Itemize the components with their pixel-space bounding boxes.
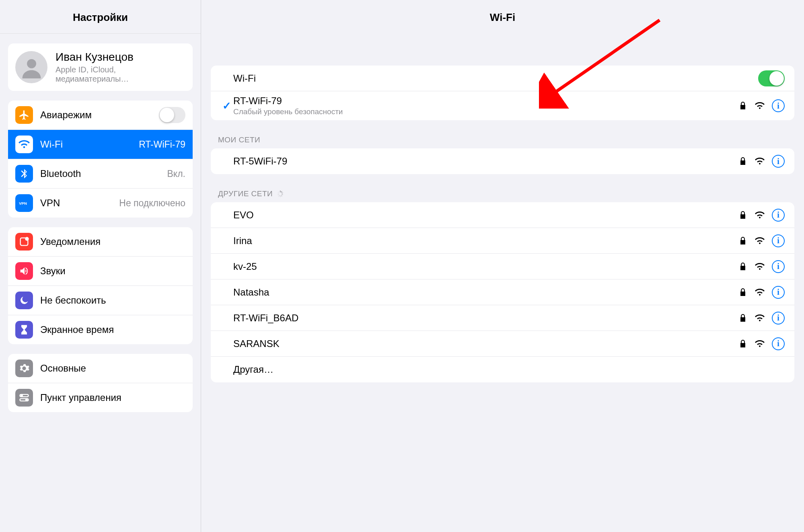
svg-point-7 — [25, 398, 28, 401]
sidebar-title: Настройки — [0, 0, 201, 34]
toggles-icon — [15, 389, 33, 407]
network-name: RT-5WiFi-79 — [233, 156, 738, 167]
lock-icon — [738, 210, 748, 220]
network-row[interactable]: RT-WiFi_B6ADi — [211, 305, 794, 331]
general-label: Основные — [40, 363, 185, 374]
network-name: Natasha — [233, 287, 738, 298]
svg-line-18 — [278, 193, 279, 193]
control-label: Пункт управления — [40, 392, 185, 403]
sidebar-item-airplane[interactable]: Авиарежим — [8, 101, 193, 130]
sidebar-item-wifi[interactable]: Wi-Fi RT-WiFi-79 — [8, 130, 193, 159]
notifications-icon — [15, 233, 33, 251]
network-row[interactable]: EVOi — [211, 202, 794, 228]
svg-line-19 — [279, 191, 280, 192]
bluetooth-icon — [15, 165, 33, 183]
wifi-signal-icon — [755, 210, 765, 220]
wifi-signal-icon — [755, 339, 765, 349]
profile-group: Иван Кузнецов Apple ID, iCloud, медиамат… — [8, 43, 193, 91]
svg-point-3 — [25, 237, 29, 240]
lock-icon — [738, 262, 748, 271]
other-network-label: Другая… — [233, 364, 785, 375]
svg-line-13 — [282, 195, 283, 195]
moon-icon — [15, 292, 33, 309]
lock-icon — [738, 313, 748, 323]
wifi-pane: Wi-Fi Wi-Fi ✓ RT-WiFi-79 Слабый уровень … — [201, 0, 804, 532]
connected-network-name: RT-WiFi-79 — [233, 95, 738, 107]
sounds-icon — [15, 262, 33, 280]
other-networks-header: ДРУГИЕ СЕТИ — [218, 189, 787, 198]
page-title: Wi-Fi — [201, 0, 804, 33]
wifi-toggle[interactable] — [758, 70, 785, 86]
lock-icon — [738, 288, 748, 297]
sidebar-item-vpn[interactable]: VPN VPN Не подключено — [8, 189, 193, 218]
dnd-label: Не беспокоить — [40, 295, 185, 306]
other-networks-section: EVOiIrinaikv-25iNatashaiRT-WiFi_B6ADiSAR… — [211, 202, 794, 382]
info-button[interactable]: i — [772, 337, 785, 350]
my-networks-header: МОИ СЕТИ — [218, 136, 787, 144]
screentime-label: Экранное время — [40, 324, 185, 335]
lock-icon — [738, 236, 748, 246]
system-group: Основные Пункт управления — [8, 354, 193, 412]
alerts-group: Уведомления Звуки Не беспокоить Экранное… — [8, 227, 193, 344]
network-row[interactable]: Natashai — [211, 279, 794, 305]
avatar-icon — [15, 51, 47, 83]
network-name: kv-25 — [233, 261, 738, 272]
connected-network-row[interactable]: ✓ RT-WiFi-79 Слабый уровень безопасности… — [211, 91, 794, 120]
network-name: RT-WiFi_B6AD — [233, 312, 738, 324]
wifi-detail: RT-WiFi-79 — [139, 139, 185, 150]
svg-point-0 — [27, 59, 36, 68]
info-button[interactable]: i — [772, 99, 785, 112]
network-row[interactable]: RT-5WiFi-79 i — [211, 148, 794, 174]
lock-icon — [738, 339, 748, 349]
profile-name: Иван Кузнецов — [56, 51, 185, 64]
sidebar-item-screentime[interactable]: Экранное время — [8, 315, 193, 344]
info-button[interactable]: i — [772, 260, 785, 273]
info-button[interactable]: i — [772, 209, 785, 222]
my-networks-section: RT-5WiFi-79 i — [211, 148, 794, 174]
info-button[interactable]: i — [772, 234, 785, 247]
svg-line-12 — [282, 193, 283, 193]
svg-point-5 — [21, 394, 23, 397]
lock-icon — [738, 156, 748, 166]
airplane-icon — [15, 106, 33, 124]
sidebar-item-bluetooth[interactable]: Bluetooth Вкл. — [8, 159, 193, 189]
network-row[interactable]: Irinai — [211, 228, 794, 254]
connectivity-group: Авиарежим Wi-Fi RT-WiFi-79 Bluetooth Вкл… — [8, 101, 193, 218]
wifi-signal-icon — [755, 288, 765, 297]
sidebar-item-notifications[interactable]: Уведомления — [8, 227, 193, 257]
network-row[interactable]: kv-25i — [211, 254, 794, 279]
wifi-main-section: Wi-Fi ✓ RT-WiFi-79 Слабый уровень безопа… — [211, 66, 794, 120]
info-button[interactable]: i — [772, 312, 785, 325]
vpn-detail: Не подключено — [119, 198, 185, 209]
settings-sidebar: Настройки Иван Кузнецов Apple ID, iCloud… — [0, 0, 201, 532]
sidebar-item-dnd[interactable]: Не беспокоить — [8, 286, 193, 315]
wifi-icon — [15, 136, 33, 153]
sidebar-item-general[interactable]: Основные — [8, 354, 193, 383]
vpn-icon: VPN — [15, 194, 33, 212]
sidebar-item-control-center[interactable]: Пункт управления — [8, 383, 193, 412]
profile-row[interactable]: Иван Кузнецов Apple ID, iCloud, медиамат… — [8, 43, 193, 91]
network-row[interactable]: SARANSKi — [211, 331, 794, 357]
hourglass-icon — [15, 321, 33, 339]
airplane-toggle[interactable] — [159, 107, 185, 123]
network-name: Irina — [233, 235, 738, 246]
wifi-signal-icon — [755, 262, 765, 271]
svg-line-17 — [278, 195, 279, 195]
wifi-toggle-label: Wi-Fi — [233, 73, 758, 84]
wifi-toggle-row[interactable]: Wi-Fi — [211, 66, 794, 91]
airplane-label: Авиарежим — [40, 109, 159, 121]
svg-line-14 — [282, 195, 282, 196]
sidebar-item-sounds[interactable]: Звуки — [8, 257, 193, 286]
vpn-label: VPN — [40, 197, 119, 209]
svg-line-11 — [282, 191, 282, 192]
wifi-signal-icon — [755, 156, 765, 166]
wifi-signal-icon — [755, 236, 765, 246]
other-network-row[interactable]: Другая… — [211, 357, 794, 382]
connected-network-sub: Слабый уровень безопасности — [233, 107, 738, 116]
info-button[interactable]: i — [772, 155, 785, 168]
info-button[interactable]: i — [772, 286, 785, 299]
wifi-signal-icon — [755, 313, 765, 323]
svg-line-16 — [279, 195, 280, 196]
network-name: SARANSK — [233, 338, 738, 349]
sounds-label: Звуки — [40, 265, 185, 277]
